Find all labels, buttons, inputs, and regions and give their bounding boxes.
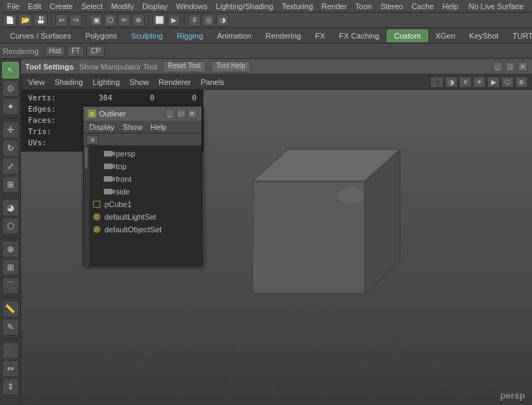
outliner-menu-display[interactable]: Display bbox=[86, 123, 117, 131]
outliner-menu-show[interactable]: Show bbox=[120, 123, 145, 131]
outliner-item-pcube1[interactable]: pCube1 bbox=[89, 198, 201, 211]
outliner-item-persp[interactable]: persp bbox=[100, 147, 201, 160]
ft-button[interactable]: FT bbox=[67, 46, 84, 57]
tab-keyshot[interactable]: KeyShot bbox=[463, 30, 506, 41]
reset-tool-btn[interactable]: Reset Tool bbox=[163, 61, 206, 72]
toolbar-snap[interactable]: ⊕ bbox=[132, 14, 145, 27]
toolbar-render-region[interactable]: ⬜ bbox=[152, 14, 166, 27]
camera-tools-btn[interactable]: 🎥 bbox=[2, 342, 19, 359]
vp-iso-icon[interactable]: ⬡ bbox=[501, 77, 514, 88]
tab-rendering[interactable]: Rendering bbox=[258, 30, 308, 41]
outliner-item-defaultobjectset[interactable]: defaultObjectSet bbox=[89, 223, 201, 236]
menu-windows[interactable]: Windows bbox=[172, 2, 212, 11]
vp-camera-icon[interactable]: 🎥 bbox=[430, 77, 444, 88]
toolbar-new[interactable]: 📄 bbox=[3, 14, 17, 27]
scale-tool-btn[interactable]: ⤢ bbox=[2, 158, 19, 175]
viewport[interactable]: View Shading Lighting Show Renderer Pane… bbox=[21, 74, 532, 405]
cp-button[interactable]: CP bbox=[86, 46, 105, 57]
vp-menu-renderer[interactable]: Renderer bbox=[156, 78, 194, 86]
vp-snap-icon[interactable]: ⊕ bbox=[515, 77, 528, 88]
menu-cache[interactable]: Cache bbox=[407, 2, 438, 11]
tab-curves[interactable]: Curves / Surfaces bbox=[3, 30, 78, 41]
faces-label: Faces: bbox=[28, 115, 70, 126]
toolbar-save[interactable]: 💾 bbox=[34, 14, 48, 27]
menu-select[interactable]: Select bbox=[77, 2, 107, 11]
tool-settings-close[interactable]: ✕ bbox=[518, 62, 528, 72]
paint-weights-btn[interactable]: ⬡ bbox=[2, 218, 19, 234]
tab-rigging[interactable]: Rigging bbox=[170, 30, 210, 41]
tool-help-btn[interactable]: Tool Help bbox=[211, 61, 251, 72]
menu-edit[interactable]: Edit bbox=[24, 2, 46, 11]
toolbar-select-mode[interactable]: ▣ bbox=[90, 14, 102, 27]
outliner-menu-help[interactable]: Help bbox=[148, 123, 170, 131]
tab-animation[interactable]: Animation bbox=[210, 30, 258, 41]
menu-modify[interactable]: Modify bbox=[107, 2, 138, 11]
vp-menu-view[interactable]: View bbox=[25, 78, 48, 86]
menu-display[interactable]: Display bbox=[138, 2, 172, 11]
select-tool-btn[interactable]: ↖ bbox=[2, 62, 19, 79]
dolly-btn[interactable]: ⇕ bbox=[2, 378, 19, 395]
menu-stereo[interactable]: Stereo bbox=[376, 2, 407, 11]
outliner-close-btn[interactable]: ✕ bbox=[187, 109, 197, 119]
universal-manip-btn[interactable]: ⊞ bbox=[2, 176, 19, 193]
menu-render[interactable]: Render bbox=[317, 2, 351, 11]
toolbar-undo[interactable]: ↩ bbox=[55, 14, 68, 27]
outliner-scroll-thumb[interactable] bbox=[85, 147, 88, 168]
tab-turtle[interactable]: TURTLE bbox=[505, 30, 532, 41]
tab-xgen[interactable]: XGen bbox=[428, 30, 462, 41]
vp-render-icon[interactable]: ▶ bbox=[487, 77, 500, 88]
menu-help[interactable]: Help bbox=[438, 2, 463, 11]
outliner-item-top[interactable]: top bbox=[100, 160, 201, 173]
vp-menu-show[interactable]: Show bbox=[127, 78, 152, 86]
vp-menu-shading[interactable]: Shading bbox=[52, 78, 86, 86]
viewport-menubar: View Shading Lighting Show Renderer Pane… bbox=[21, 74, 532, 90]
outliner-item-defaultlightset[interactable]: defaultLightSet bbox=[89, 211, 201, 223]
tab-sculpting[interactable]: Sculpting bbox=[124, 30, 170, 41]
menu-toon[interactable]: Toon bbox=[351, 2, 376, 11]
vp-menu-lighting[interactable]: Lighting bbox=[90, 78, 123, 86]
toolbar-lasso[interactable]: ⬡ bbox=[104, 14, 117, 27]
paint-sel-btn[interactable]: ✦ bbox=[2, 98, 19, 115]
snap-grid-btn[interactable]: ⊞ bbox=[2, 259, 19, 276]
toolbar-smooth[interactable]: ◑ bbox=[216, 14, 229, 27]
rendering-label: Rendering bbox=[3, 47, 43, 55]
toolbar-xray[interactable]: ◎ bbox=[202, 14, 215, 27]
lasso-tool-btn[interactable]: ⊙ bbox=[2, 80, 19, 97]
menu-create[interactable]: Create bbox=[46, 2, 77, 11]
annotate-btn[interactable]: ✎ bbox=[2, 319, 19, 336]
outliner-title: Outliner bbox=[99, 109, 164, 118]
toolbar-paint[interactable]: ✏ bbox=[118, 14, 131, 27]
outliner-item-front[interactable]: front bbox=[100, 173, 201, 185]
outliner-tb-btn1[interactable]: ≡ bbox=[86, 135, 99, 145]
track-btn[interactable]: ⇔ bbox=[2, 360, 19, 377]
outliner-maximize-btn[interactable]: □ bbox=[176, 109, 186, 119]
outliner-scrollbar[interactable] bbox=[84, 146, 89, 265]
vp-menu-panels[interactable]: Panels bbox=[198, 78, 227, 86]
measure-tool-btn[interactable]: 📏 bbox=[2, 300, 19, 317]
tab-fx-caching[interactable]: FX Caching bbox=[332, 30, 386, 41]
soft-sel-btn[interactable]: ◕ bbox=[2, 199, 19, 216]
menu-file[interactable]: File bbox=[3, 2, 24, 11]
toolbar-open[interactable]: 📂 bbox=[18, 14, 32, 27]
tool-settings-minimize[interactable]: _ bbox=[493, 62, 503, 72]
vp-shading-icon[interactable]: ◑ bbox=[445, 77, 458, 88]
tab-fx[interactable]: FX bbox=[308, 30, 332, 41]
move-tool-btn[interactable]: ✛ bbox=[2, 121, 19, 138]
toolbar-grid[interactable]: # bbox=[188, 14, 201, 27]
snap-point-btn[interactable]: ⊕ bbox=[2, 241, 19, 258]
toolbar-redo[interactable]: ↪ bbox=[69, 14, 82, 27]
vp-light-icon[interactable]: ☀ bbox=[473, 77, 486, 88]
vp-grid-icon[interactable]: # bbox=[459, 77, 472, 88]
outliner-titlebar[interactable]: O Outliner _ □ ✕ bbox=[84, 107, 201, 121]
tab-polygons[interactable]: Polygons bbox=[78, 30, 124, 41]
tab-custom[interactable]: Custom bbox=[387, 29, 429, 42]
rotate-tool-btn[interactable]: ↻ bbox=[2, 140, 19, 157]
toolbar-ipr[interactable]: ▶ bbox=[168, 14, 180, 27]
menu-texturing[interactable]: Texturing bbox=[277, 2, 317, 11]
menu-lighting[interactable]: Lighting/Shading bbox=[211, 2, 277, 11]
outliner-minimize-btn[interactable]: _ bbox=[165, 109, 175, 119]
hist-button[interactable]: Hist bbox=[45, 46, 65, 57]
outliner-item-side[interactable]: side bbox=[100, 185, 201, 198]
tool-settings-float[interactable]: □ bbox=[505, 62, 515, 72]
snap-curve-btn[interactable]: ⌒ bbox=[2, 277, 19, 294]
